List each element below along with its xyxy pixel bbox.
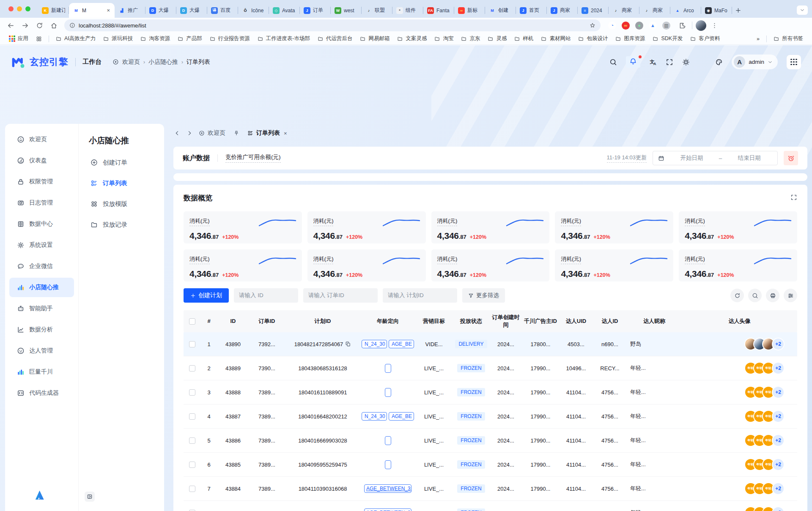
stat-card[interactable]: 消耗(元) 4,346.87 +120%: [184, 249, 302, 281]
close-tab-icon[interactable]: ×: [284, 130, 287, 137]
browser-tab[interactable]: ♪ 商家: [609, 3, 639, 18]
browser-tab[interactable]: FA Fanta: [423, 3, 454, 18]
age-tag[interactable]: AGE_BE: [389, 412, 414, 421]
bookmark-folder[interactable]: 客户资料: [687, 34, 723, 44]
row-checkbox[interactable]: [189, 486, 195, 492]
bookmark-folder[interactable]: 样机: [511, 34, 536, 44]
browser-tab[interactable]: J 订单: [300, 3, 331, 18]
browser-tab[interactable]: ♪ 联盟: [362, 3, 392, 18]
age-tag[interactable]: AGE_BETWEEN_31_4: [364, 484, 411, 493]
avatar-extra-count[interactable]: +2: [772, 434, 785, 447]
stat-card[interactable]: 消耗(元) 4,346.87 +120%: [679, 249, 797, 281]
extensions-puzzle-icon[interactable]: [676, 19, 689, 32]
sidebar-item[interactable]: 企业微信: [9, 257, 74, 276]
table-row[interactable]: 1 43890 7392... 1804821472854067 复制 N_24…: [184, 332, 797, 356]
table-row[interactable]: 2 43889 7390... 1804380685316128 复制 LIVE…: [184, 356, 797, 380]
browser-tab[interactable]: W west: [331, 3, 362, 18]
browser-tab[interactable]: ▟ 推广: [115, 3, 145, 18]
submenu-item[interactable]: 投放模版: [79, 194, 164, 214]
back-button[interactable]: [4, 19, 17, 32]
column-header[interactable]: 达人UID: [559, 317, 593, 325]
table-action-button[interactable]: [748, 289, 762, 302]
column-header[interactable]: 达人头像: [682, 317, 797, 325]
collapse-sidebar-button[interactable]: [85, 492, 95, 502]
table-row[interactable]: 7 43884 7389... 1804110390316068 复制 AGE_…: [184, 477, 797, 501]
table-row[interactable]: 5 43886 7389... 1804016669903028 复制 LIVE…: [184, 429, 797, 453]
fullscreen-button[interactable]: [666, 58, 673, 66]
tab-search-button[interactable]: [797, 5, 808, 15]
bookmark-grid[interactable]: [33, 35, 45, 43]
order-id-filter-input[interactable]: 请输入 订单ID: [303, 288, 378, 303]
avatar-extra-count[interactable]: +2: [772, 506, 785, 511]
table-row[interactable]: 6 43885 7389... 1804095955259475 复制 LIVE…: [184, 453, 797, 477]
bookmark-folder[interactable]: 包装设计: [575, 34, 611, 44]
language-button[interactable]: 文A: [649, 58, 657, 66]
bookmark-folder[interactable]: 派玩科技: [100, 34, 136, 44]
avatar-extra-count[interactable]: +2: [772, 410, 785, 423]
avatar-extra-count[interactable]: +2: [772, 386, 785, 399]
row-checkbox[interactable]: [189, 365, 195, 372]
browser-tab[interactable]: 译 百度: [207, 3, 238, 18]
sidebar-item[interactable]: 巨量千川: [9, 362, 74, 382]
browser-tab[interactable]: M M ×: [69, 3, 115, 18]
bookmark-folder[interactable]: 产品部: [175, 34, 205, 44]
avatar-extra-count[interactable]: +2: [772, 338, 785, 350]
start-date-placeholder[interactable]: 开始日期: [669, 154, 715, 162]
stat-card[interactable]: 消耗(元) 4,346.87 +120%: [431, 249, 550, 281]
appearance-button[interactable]: [715, 58, 723, 66]
table-action-button[interactable]: [766, 289, 779, 302]
browser-tab[interactable]: J 首页: [516, 3, 547, 18]
id-filter-input[interactable]: 请输入 ID: [234, 288, 298, 303]
address-bar[interactable]: localhost:2888/#/aweme/list: [64, 19, 601, 31]
avatar-extra-count[interactable]: +2: [772, 458, 785, 471]
workspace-label[interactable]: 工作台: [82, 58, 102, 66]
app-logo[interactable]: [11, 55, 26, 70]
sidebar-item[interactable]: 系统设置: [9, 235, 74, 255]
browser-tab[interactable]: * 组件: [392, 3, 423, 18]
window-controls[interactable]: [0, 0, 38, 18]
browser-tab[interactable]: ◉ MaFo: [701, 3, 732, 18]
bookmark-folder[interactable]: SDK开发: [650, 34, 686, 44]
row-checkbox[interactable]: [189, 341, 195, 347]
new-tab-button[interactable]: [732, 4, 744, 16]
bookmark-apps[interactable]: 应用: [6, 34, 31, 44]
all-bookmarks-button[interactable]: 所有书签: [771, 34, 806, 44]
extension-icon[interactable]: ◔: [608, 22, 616, 30]
reload-button[interactable]: [33, 19, 46, 32]
row-checkbox[interactable]: [189, 389, 195, 396]
age-tag[interactable]: [385, 436, 391, 445]
table-row[interactable]: 8 43883 7389... 1804198688968889 复制 AGE_…: [184, 501, 797, 511]
avatar-extra-count[interactable]: +2: [772, 482, 785, 495]
minimize-window-button[interactable]: [17, 6, 22, 11]
breadcrumb-home[interactable]: 欢迎页: [122, 58, 140, 66]
bookmark-star-icon[interactable]: [590, 22, 595, 28]
account-metric-label[interactable]: 竞价推广可用余额(元): [225, 153, 281, 163]
avatar-extra-count[interactable]: +2: [772, 362, 785, 374]
extension-icon[interactable]: ▥: [662, 22, 670, 30]
sidebar-item[interactable]: 数据分析: [9, 320, 74, 339]
browser-tab[interactable]: ∞ 新标: [454, 3, 485, 18]
bookmark-folder[interactable]: 文案灵感: [394, 34, 430, 44]
column-header[interactable]: 年龄定向: [360, 317, 415, 325]
home-button[interactable]: [47, 19, 60, 32]
pin-icon[interactable]: [233, 130, 239, 136]
age-tag[interactable]: AGE_BETWEEN_31_4: [364, 508, 411, 511]
extension-icon[interactable]: ∞: [622, 22, 630, 30]
bookmark-folder[interactable]: 网易邮箱: [357, 34, 392, 44]
end-date-placeholder[interactable]: 结束日期: [726, 154, 772, 162]
maximize-window-button[interactable]: [25, 6, 30, 11]
age-tag[interactable]: N_24_30: [362, 340, 387, 348]
column-header[interactable]: ID: [217, 317, 249, 325]
stat-card[interactable]: 消耗(元) 4,346.87 +120%: [555, 249, 673, 281]
column-header[interactable]: 订单创建时间: [490, 314, 522, 328]
browser-tab[interactable]: ≡ 2024: [578, 3, 609, 18]
sidebar-item[interactable]: 日志管理: [9, 193, 74, 213]
stat-card[interactable]: 消耗(元) 4,346.87 +120%: [431, 211, 550, 243]
select-all-checkbox[interactable]: [189, 318, 195, 325]
table-row[interactable]: 3 43888 7389... 1804016110889091 复制 LIVE…: [184, 380, 797, 404]
sidebar-item[interactable]: 小店随心推: [9, 278, 74, 297]
tab-close-icon[interactable]: ×: [106, 7, 111, 14]
bookmark-folder[interactable]: 京东: [458, 34, 483, 44]
extension-icon[interactable]: ●: [635, 22, 643, 30]
copy-button[interactable]: 复制: [345, 341, 351, 347]
